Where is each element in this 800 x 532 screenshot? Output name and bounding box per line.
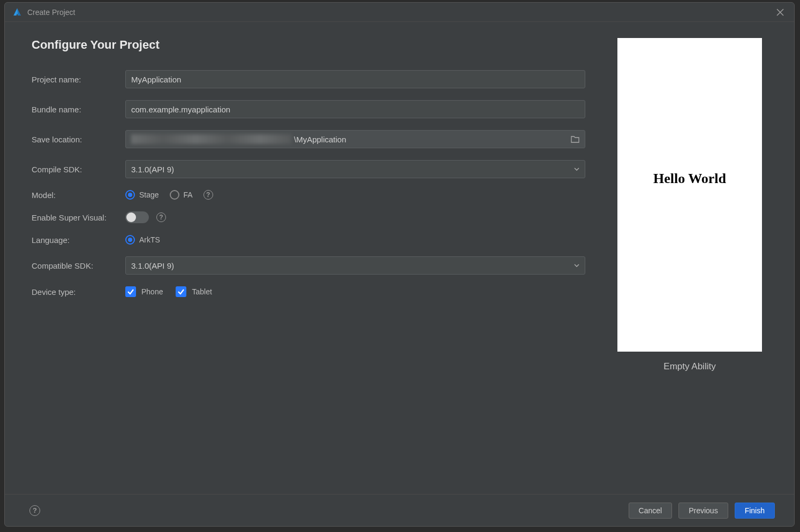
preview-column: Hello World Empty Ability bbox=[607, 38, 773, 494]
app-logo-icon bbox=[12, 7, 22, 17]
preview-canvas: Hello World bbox=[617, 38, 762, 352]
label-project-name: Project name: bbox=[32, 75, 125, 84]
model-radio-fa[interactable]: FA bbox=[170, 190, 193, 200]
page-title: Configure Your Project bbox=[32, 38, 585, 52]
dialog-content: Configure Your Project Project name: MyA… bbox=[5, 22, 794, 494]
chevron-down-icon bbox=[574, 168, 579, 171]
redacted-path-segment bbox=[131, 134, 292, 144]
row-language: Language: ArkTS bbox=[32, 235, 585, 245]
help-icon[interactable]: ? bbox=[203, 190, 213, 200]
project-name-value: MyApplication bbox=[131, 75, 181, 84]
language-arkts-label: ArkTS bbox=[139, 235, 160, 244]
dialog-title: Create Project bbox=[27, 8, 774, 17]
row-bundle-name: Bundle name: com.example.myapplication bbox=[32, 100, 585, 118]
close-button[interactable] bbox=[774, 6, 787, 19]
row-project-name: Project name: MyApplication bbox=[32, 70, 585, 88]
device-checkbox-phone[interactable]: Phone bbox=[125, 286, 163, 297]
preview-caption: Empty Ability bbox=[663, 361, 715, 372]
radio-dot-icon bbox=[125, 190, 135, 200]
browse-folder-icon[interactable] bbox=[571, 135, 579, 143]
device-checkbox-tablet[interactable]: Tablet bbox=[176, 286, 212, 297]
compile-sdk-select[interactable]: 3.1.0(API 9) bbox=[125, 160, 585, 178]
label-save-location: Save location: bbox=[32, 135, 125, 144]
label-device-type: Device type: bbox=[32, 287, 125, 297]
row-compile-sdk: Compile SDK: 3.1.0(API 9) bbox=[32, 160, 585, 178]
radio-dot-icon bbox=[125, 235, 135, 245]
footer-help-icon[interactable]: ? bbox=[29, 505, 40, 516]
titlebar: Create Project bbox=[5, 3, 794, 22]
model-radio-stage[interactable]: Stage bbox=[125, 190, 159, 200]
row-device-type: Device type: Phone Tablet bbox=[32, 286, 585, 297]
checkbox-checked-icon bbox=[125, 286, 136, 297]
device-phone-label: Phone bbox=[141, 287, 163, 296]
finish-button[interactable]: Finish bbox=[735, 503, 775, 519]
cancel-button[interactable]: Cancel bbox=[629, 503, 673, 519]
save-location-suffix: \MyApplication bbox=[294, 135, 346, 144]
row-model: Model: Stage FA ? bbox=[32, 190, 585, 200]
language-radio-arkts[interactable]: ArkTS bbox=[125, 235, 160, 245]
compatible-sdk-select[interactable]: 3.1.0(API 9) bbox=[125, 256, 585, 275]
model-stage-label: Stage bbox=[139, 191, 159, 199]
create-project-dialog: Create Project Configure Your Project Pr… bbox=[4, 2, 795, 527]
compatible-sdk-value: 3.1.0(API 9) bbox=[131, 261, 174, 270]
chevron-down-icon bbox=[574, 264, 579, 267]
super-visual-toggle[interactable] bbox=[125, 211, 149, 223]
device-tablet-label: Tablet bbox=[192, 287, 212, 296]
preview-hello-text: Hello World bbox=[653, 171, 726, 187]
bundle-name-input[interactable]: com.example.myapplication bbox=[125, 100, 585, 118]
label-model: Model: bbox=[32, 191, 125, 200]
radio-dot-icon bbox=[170, 190, 179, 200]
label-super-visual: Enable Super Visual: bbox=[32, 213, 125, 222]
help-icon[interactable]: ? bbox=[156, 212, 166, 222]
label-language: Language: bbox=[32, 235, 125, 245]
dialog-footer: ? Cancel Previous Finish bbox=[5, 494, 794, 526]
checkbox-checked-icon bbox=[176, 286, 186, 297]
save-location-input[interactable]: \MyApplication bbox=[125, 130, 585, 148]
label-compile-sdk: Compile SDK: bbox=[32, 165, 125, 174]
compile-sdk-value: 3.1.0(API 9) bbox=[131, 165, 174, 174]
label-compatible-sdk: Compatible SDK: bbox=[32, 261, 125, 270]
label-bundle-name: Bundle name: bbox=[32, 105, 125, 114]
model-fa-label: FA bbox=[184, 191, 193, 199]
project-name-input[interactable]: MyApplication bbox=[125, 70, 585, 88]
row-save-location: Save location: \MyApplication bbox=[32, 130, 585, 148]
bundle-name-value: com.example.myapplication bbox=[131, 105, 230, 114]
row-super-visual: Enable Super Visual: ? bbox=[32, 211, 585, 223]
row-compatible-sdk: Compatible SDK: 3.1.0(API 9) bbox=[32, 256, 585, 275]
previous-button[interactable]: Previous bbox=[678, 503, 728, 519]
form-column: Configure Your Project Project name: MyA… bbox=[32, 38, 607, 494]
